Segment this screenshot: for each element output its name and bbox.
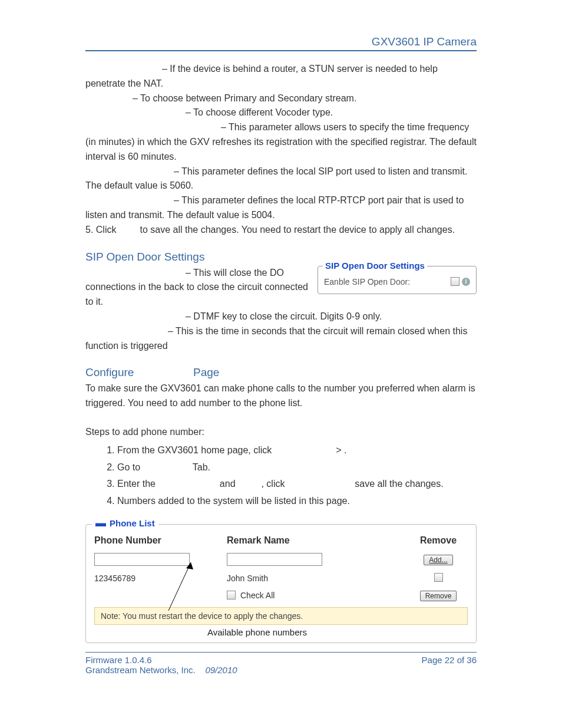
body-text: – If the device is behind a router, a ST…: [85, 62, 477, 238]
steps-label: Steps to add phone number:: [85, 425, 477, 440]
step-4: Numbers added to the system will be list…: [117, 493, 477, 510]
footer-date: 09/2010: [205, 665, 237, 675]
phone-list-legend: ▬ Phone List: [92, 518, 158, 528]
check-all-checkbox[interactable]: [227, 591, 236, 599]
svg-marker-1: [186, 562, 193, 569]
step2-a: Go to: [117, 462, 140, 472]
sip-delay-text: – This is the time in seconds that the c…: [85, 324, 477, 354]
page-number: Page 22 of 36: [422, 655, 477, 675]
sip-open-door-box: SIP Open Door Settings Eanble SIP Open D…: [318, 266, 477, 294]
page-header: GXV3601 IP Camera: [85, 35, 477, 51]
phone-list-panel: ▬ Phone List Phone Number Remark Name Re…: [85, 524, 477, 643]
page-footer: Firmware 1.0.4.6 Grandstream Networks, I…: [85, 652, 477, 675]
col-remark-name: Remark Name: [227, 535, 409, 546]
para-vocoder: – To choose different Vocoder type.: [85, 106, 477, 120]
section-configure-title: Configure Page: [85, 366, 477, 379]
step-3: Enter the and , click save all the chang…: [117, 476, 477, 493]
step-2: Go to Tab.: [117, 459, 477, 476]
step3-d: save all the changes.: [355, 479, 443, 489]
para-stream: – To choose between Primary and Secondar…: [85, 91, 477, 106]
page-word: Page: [193, 366, 219, 378]
check-all-label: Check All: [240, 591, 275, 600]
step1-b: > .: [336, 445, 346, 455]
configure-word: Configure: [85, 366, 134, 378]
step3-b: and: [220, 479, 236, 489]
step1-a: From the GXV3601 home page, click: [117, 445, 272, 455]
add-button[interactable]: Add...: [424, 555, 452, 565]
col-phone-number: Phone Number: [94, 535, 227, 546]
remark-name-input[interactable]: [227, 553, 322, 566]
sample-name: John Smith: [227, 574, 409, 583]
enable-sip-checkbox[interactable]: [451, 277, 459, 286]
steps-list: From the GXV3601 home page, click > . Go…: [85, 442, 477, 510]
para-stun: – If the device is behind a router, a ST…: [85, 62, 477, 91]
collapse-icon[interactable]: ▬: [95, 520, 106, 526]
para-rtpport: – This parameter defines the local RTP-R…: [85, 193, 477, 223]
company-name: Grandstream Networks, Inc.: [85, 665, 196, 675]
sip-box-legend: SIP Open Door Settings: [323, 261, 427, 271]
sip-dtmf-text: – DTMF key to close the circuit. Digits …: [85, 309, 477, 324]
col-remove: Remove: [409, 535, 468, 546]
arrow-annotation: [165, 558, 224, 617]
svg-line-0: [168, 562, 191, 611]
note-bar: Note: You must restart the device to app…: [94, 607, 468, 625]
para-freq: – This parameter allows users to specify…: [85, 120, 477, 164]
step3-a: Enter the: [117, 479, 156, 489]
firmware-version: Firmware 1.0.4.6: [85, 655, 237, 665]
step3-c: , click: [261, 479, 285, 489]
info-icon[interactable]: i: [462, 278, 470, 286]
step5-suffix: to save all the changes. You need to res…: [140, 225, 455, 235]
configure-intro: To make sure the GXV3601 can make phone …: [85, 381, 477, 411]
available-numbers-caption: Available phone numbers: [207, 627, 307, 637]
step-5: 5. Click to save all the changes. You ne…: [85, 223, 477, 238]
step5-prefix: 5. Click: [85, 225, 116, 235]
step2-b: Tab.: [193, 462, 210, 472]
step-1: From the GXV3601 home page, click > .: [117, 442, 477, 459]
phone-list-legend-text: Phone List: [110, 518, 155, 528]
row-remove-checkbox[interactable]: [434, 573, 443, 582]
para-sipport: – This parameter defines the local SIP p…: [85, 164, 477, 194]
remove-button[interactable]: Remove: [420, 591, 457, 601]
sip-box-row-label: Eanble SIP Open Door:: [324, 277, 410, 286]
